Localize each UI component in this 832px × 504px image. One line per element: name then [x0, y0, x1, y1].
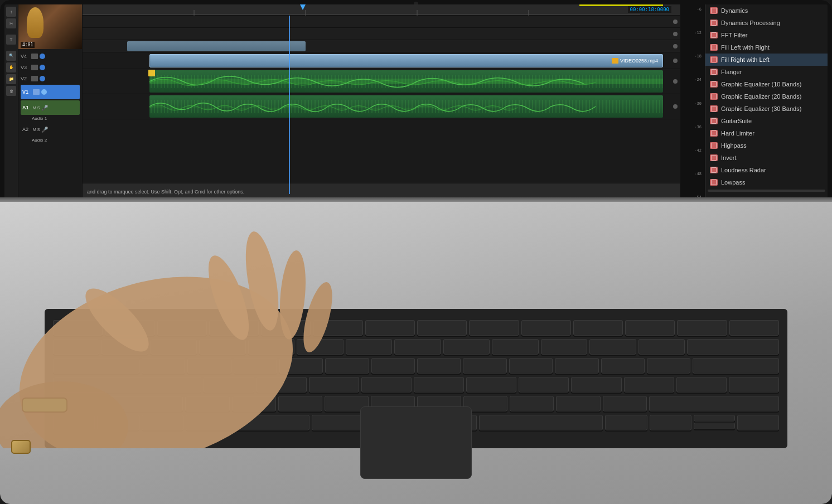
- key-arrow-r[interactable]: [737, 415, 779, 430]
- track-v1-vis[interactable]: [41, 89, 47, 95]
- key-f6[interactable]: [365, 320, 415, 336]
- a2-audio-clip[interactable]: [149, 95, 663, 118]
- key-f10[interactable]: [573, 320, 623, 336]
- key-f[interactable]: [361, 377, 412, 392]
- key-t[interactable]: [325, 358, 369, 374]
- track-a2-mic[interactable]: 🎤: [41, 127, 48, 133]
- key-quote[interactable]: [729, 377, 779, 392]
- key-0[interactable]: [541, 339, 587, 355]
- key-6[interactable]: [346, 339, 392, 355]
- trackpad[interactable]: [360, 406, 472, 479]
- key-y[interactable]: [371, 358, 415, 374]
- key-enter[interactable]: [693, 358, 779, 374]
- track-a1-m[interactable]: M: [33, 106, 36, 110]
- key-period[interactable]: [556, 396, 600, 411]
- track-v4-vis[interactable]: [40, 54, 45, 59]
- key-ctrl[interactable]: [97, 415, 139, 430]
- key-f5[interactable]: [313, 320, 362, 336]
- key-arrow-l[interactable]: [650, 415, 691, 430]
- key-caps[interactable]: [53, 377, 201, 392]
- effect-hardlimiter[interactable]: Hard Limiter: [705, 127, 828, 139]
- key-j[interactable]: [519, 377, 569, 392]
- key-opt[interactable]: [142, 415, 183, 430]
- key-r[interactable]: [279, 358, 323, 374]
- key-z[interactable]: [185, 396, 229, 411]
- key-slash[interactable]: [603, 396, 647, 411]
- key-opt-r[interactable]: [605, 415, 647, 430]
- key-a[interactable]: [204, 377, 254, 392]
- effect-fill-left[interactable]: Fill Left with Right: [705, 41, 828, 54]
- key-semicolon[interactable]: [676, 377, 727, 392]
- key-f4[interactable]: [261, 320, 311, 336]
- track-v1-icon[interactable]: [33, 89, 40, 95]
- effect-geq30[interactable]: Graphic Equalizer (30 Bands): [705, 103, 828, 115]
- key-p[interactable]: [555, 358, 598, 374]
- key-backtick[interactable]: [53, 339, 99, 355]
- key-q[interactable]: [142, 358, 185, 374]
- effect-highpass[interactable]: Highpass: [705, 139, 828, 152]
- key-u[interactable]: [417, 358, 461, 374]
- tool-text[interactable]: T: [6, 35, 16, 45]
- v1-video-clip[interactable]: VIDEO0258.mp4: [149, 54, 663, 67]
- key-equals[interactable]: [638, 339, 685, 355]
- effect-dynamics-processing[interactable]: Dynamics Processing: [705, 17, 828, 29]
- key-power[interactable]: [729, 320, 779, 336]
- key-shift-r[interactable]: [649, 396, 779, 411]
- effect-flanger[interactable]: Flanger: [705, 66, 828, 78]
- tool-arrow[interactable]: ↕: [6, 7, 16, 17]
- track-v2-vis[interactable]: [40, 76, 45, 81]
- tool-hand[interactable]: ✋: [6, 62, 16, 72]
- key-minus[interactable]: [589, 339, 636, 355]
- key-bracket-r[interactable]: [647, 358, 690, 374]
- track-v3-vis[interactable]: [40, 65, 45, 70]
- key-k[interactable]: [571, 377, 621, 392]
- key-f11[interactable]: [625, 320, 675, 336]
- key-tab[interactable]: [53, 358, 139, 374]
- effect-dynamics[interactable]: Dynamics: [705, 4, 828, 17]
- key-arrow-u[interactable]: [694, 415, 734, 421]
- effect-fft[interactable]: FFT Filter: [705, 29, 828, 41]
- key-2[interactable]: [151, 339, 197, 355]
- key-1[interactable]: [101, 339, 148, 355]
- track-v2-icon[interactable]: [31, 76, 38, 81]
- key-esc[interactable]: [53, 320, 103, 336]
- track-a2-m[interactable]: M: [33, 128, 36, 132]
- key-comma[interactable]: [510, 396, 554, 411]
- key-fn[interactable]: [53, 415, 95, 430]
- track-v3-icon[interactable]: [31, 65, 38, 70]
- key-bracket-l[interactable]: [601, 358, 645, 374]
- effect-loudness[interactable]: Loudness Radar: [705, 164, 828, 176]
- effect-geq20[interactable]: Graphic Equalizer (20 Bands): [705, 90, 828, 103]
- key-f3[interactable]: [209, 320, 259, 336]
- key-f2[interactable]: [157, 320, 207, 336]
- key-cmd-r[interactable]: [479, 415, 603, 430]
- tool-trash[interactable]: 🗑: [6, 86, 16, 96]
- effect-fill-right[interactable]: Fill Right with Left: [705, 54, 828, 66]
- key-8[interactable]: [443, 339, 490, 355]
- key-h[interactable]: [466, 377, 516, 392]
- key-5[interactable]: [297, 339, 343, 355]
- key-f12[interactable]: [677, 320, 727, 336]
- key-arrow-d[interactable]: [694, 423, 734, 429]
- key-backspace[interactable]: [687, 339, 779, 355]
- key-f7[interactable]: [417, 320, 467, 336]
- tool-zoom[interactable]: 🔍: [6, 51, 16, 61]
- key-shift-l[interactable]: [53, 396, 183, 411]
- key-f8[interactable]: [469, 320, 519, 336]
- key-w[interactable]: [187, 358, 231, 374]
- tool-folder[interactable]: 📁: [6, 74, 16, 84]
- effect-invert[interactable]: Invert: [705, 152, 828, 164]
- track-a1-s[interactable]: S: [37, 106, 40, 110]
- effect-lowpass[interactable]: Lowpass: [705, 176, 828, 188]
- key-4[interactable]: [248, 339, 294, 355]
- key-x[interactable]: [232, 396, 276, 411]
- effect-guitarsuite[interactable]: GuitarSuite: [705, 115, 828, 127]
- key-cmd-l[interactable]: [186, 415, 309, 430]
- key-s[interactable]: [257, 377, 307, 392]
- track-a1-mic[interactable]: 🎤: [41, 105, 48, 111]
- key-c[interactable]: [278, 396, 322, 411]
- key-i[interactable]: [463, 358, 506, 374]
- track-v4-icon[interactable]: [31, 54, 38, 59]
- key-l[interactable]: [624, 377, 674, 392]
- key-g[interactable]: [414, 377, 464, 392]
